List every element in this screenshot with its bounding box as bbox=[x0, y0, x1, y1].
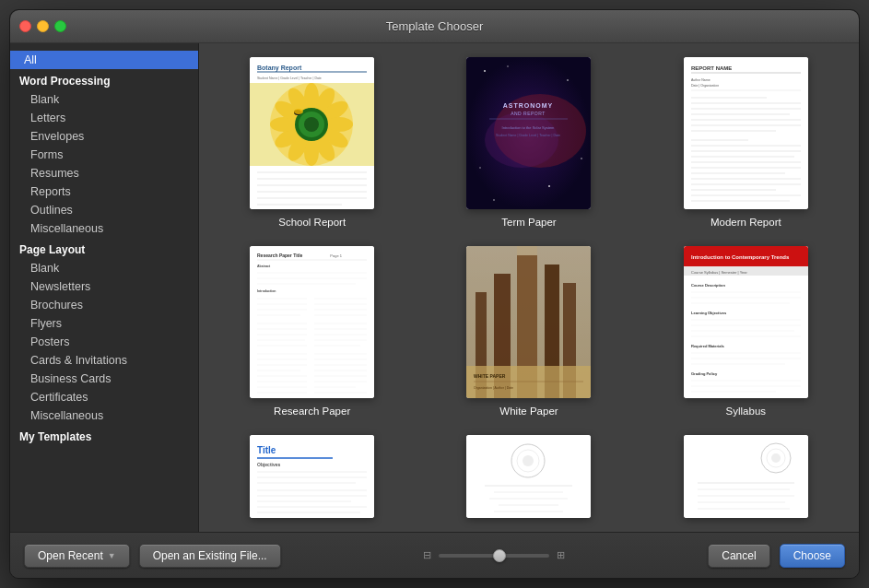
sidebar-item-posters[interactable]: Posters bbox=[10, 333, 198, 351]
zoom-in-icon: ⊞ bbox=[557, 549, 565, 561]
footer: Open Recent ▼ Open an Existing File... ⊟… bbox=[10, 532, 859, 578]
template-preview-syllabus: Introduction to Contemporary Trends Cour… bbox=[684, 246, 808, 398]
sidebar: All Word Processing Blank Letters Envelo… bbox=[10, 43, 199, 532]
zoom-slider-thumb[interactable] bbox=[493, 549, 506, 562]
open-recent-button[interactable]: Open Recent ▼ bbox=[24, 544, 130, 568]
sidebar-category-page-layout: Page Layout bbox=[10, 238, 198, 259]
zoom-out-icon: ⊟ bbox=[423, 549, 431, 561]
sidebar-item-newsletters[interactable]: Newsletters bbox=[10, 277, 198, 296]
svg-point-20 bbox=[304, 117, 319, 132]
sidebar-item-letters[interactable]: Letters bbox=[10, 109, 198, 127]
template-item-blank-blue[interactable]: Title Objectives bbox=[213, 435, 411, 525]
sidebar-item-misc-wp[interactable]: Miscellaneous bbox=[10, 219, 198, 238]
sidebar-item-blank-pl[interactable]: Blank bbox=[10, 259, 198, 277]
template-item-research-paper[interactable]: Research Paper Title Page 1 Abstract Int… bbox=[213, 246, 411, 417]
traffic-lights bbox=[19, 20, 66, 32]
svg-text:Introduction to the Solar Syst: Introduction to the Solar System bbox=[502, 125, 556, 130]
sidebar-item-business-cards[interactable]: Business Cards bbox=[10, 370, 198, 388]
template-label-modern-report: Modern Report bbox=[710, 217, 781, 228]
template-preview-white-paper: WHITE PAPER Organization | Author | Date bbox=[466, 246, 591, 398]
choose-button[interactable]: Choose bbox=[780, 544, 845, 568]
sidebar-item-envelopes[interactable]: Envelopes bbox=[10, 127, 198, 146]
svg-text:Learning Objectives: Learning Objectives bbox=[691, 311, 727, 315]
template-grid-area: Botany Report Student Name | Grade Level… bbox=[199, 43, 859, 532]
svg-text:Student Name | Grade Level | T: Student Name | Grade Level | Teacher | D… bbox=[497, 134, 561, 137]
minimize-button[interactable] bbox=[37, 20, 49, 32]
open-existing-button[interactable]: Open an Existing File... bbox=[139, 544, 281, 568]
template-preview-term-paper: ASTRONOMY AND REPORT Introduction to the… bbox=[466, 57, 591, 209]
template-item-blank-right[interactable] bbox=[647, 435, 845, 525]
template-label-research-paper: Research Paper bbox=[274, 406, 350, 417]
svg-point-161 bbox=[523, 455, 534, 466]
sidebar-item-cards-invitations[interactable]: Cards & Invitations bbox=[10, 351, 198, 370]
sidebar-item-forms[interactable]: Forms bbox=[10, 146, 198, 164]
cancel-button[interactable]: Cancel bbox=[708, 544, 769, 568]
cancel-label: Cancel bbox=[722, 549, 756, 562]
content-area: All Word Processing Blank Letters Envelo… bbox=[10, 43, 859, 532]
svg-text:Research Paper Title: Research Paper Title bbox=[257, 253, 303, 258]
svg-point-31 bbox=[485, 112, 558, 168]
template-preview-blank-centered bbox=[466, 435, 591, 518]
svg-rect-167 bbox=[684, 435, 808, 518]
svg-text:Organization | Author | Date: Organization | Author | Date bbox=[474, 386, 513, 390]
sidebar-item-blank-wp[interactable]: Blank bbox=[10, 90, 198, 109]
choose-label: Choose bbox=[793, 549, 831, 562]
svg-rect-158 bbox=[466, 435, 591, 518]
template-item-school-report[interactable]: Botany Report Student Name | Grade Level… bbox=[213, 57, 411, 228]
template-item-modern-report[interactable]: REPORT NAME Author Name Date | Organizat… bbox=[647, 57, 845, 228]
sidebar-item-outlines[interactable]: Outlines bbox=[10, 201, 198, 219]
title-bar: Template Chooser bbox=[10, 10, 859, 43]
svg-text:Grading Policy: Grading Policy bbox=[691, 371, 718, 376]
svg-text:REPORT NAME: REPORT NAME bbox=[691, 65, 732, 71]
template-item-white-paper[interactable]: WHITE PAPER Organization | Author | Date… bbox=[429, 246, 628, 417]
svg-rect-120 bbox=[466, 366, 591, 398]
sidebar-category-word-processing: Word Processing bbox=[10, 69, 198, 90]
svg-text:Objectives: Objectives bbox=[257, 462, 281, 467]
window-title: Template Chooser bbox=[386, 19, 484, 33]
template-item-blank-centered[interactable] bbox=[429, 435, 628, 525]
svg-text:ASTRONOMY: ASTRONOMY bbox=[503, 102, 554, 109]
maximize-button[interactable] bbox=[54, 20, 66, 32]
sidebar-item-certificates[interactable]: Certificates bbox=[10, 388, 198, 406]
sidebar-category-my-templates: My Templates bbox=[10, 425, 198, 446]
svg-point-36 bbox=[480, 167, 482, 169]
zoom-slider-track[interactable] bbox=[439, 554, 549, 558]
sidebar-item-brochures[interactable]: Brochures bbox=[10, 296, 198, 314]
svg-text:AND REPORT: AND REPORT bbox=[511, 111, 546, 116]
sidebar-item-reports[interactable]: Reports bbox=[10, 182, 198, 201]
svg-text:Introduction: Introduction bbox=[257, 289, 276, 293]
template-preview-modern-report: REPORT NAME Author Name Date | Organizat… bbox=[684, 57, 808, 209]
dropdown-arrow-icon: ▼ bbox=[108, 551, 116, 560]
svg-text:Course Syllabus | Semester | Y: Course Syllabus | Semester | Year bbox=[691, 270, 747, 275]
svg-point-38 bbox=[494, 199, 496, 201]
svg-text:WHITE PAPER: WHITE PAPER bbox=[474, 373, 506, 379]
template-chooser-window: Template Chooser All Word Processing Bla… bbox=[9, 9, 860, 579]
svg-text:Title: Title bbox=[257, 445, 276, 455]
template-preview-blank-blue: Title Objectives bbox=[250, 435, 374, 518]
close-button[interactable] bbox=[19, 20, 31, 32]
svg-text:Botany Report: Botany Report bbox=[257, 65, 302, 72]
svg-point-22 bbox=[294, 109, 303, 114]
template-label-term-paper: Term Paper bbox=[501, 217, 556, 228]
sidebar-item-resumes[interactable]: Resumes bbox=[10, 164, 198, 182]
template-item-syllabus[interactable]: Introduction to Contemporary Trends Cour… bbox=[647, 246, 845, 417]
template-label-syllabus: Syllabus bbox=[726, 406, 766, 417]
sidebar-item-misc-pl[interactable]: Miscellaneous bbox=[10, 406, 198, 425]
svg-point-34 bbox=[508, 65, 509, 66]
template-item-term-paper[interactable]: ASTRONOMY AND REPORT Introduction to the… bbox=[429, 57, 628, 228]
template-label-white-paper: White Paper bbox=[499, 406, 558, 417]
svg-text:Required Materials: Required Materials bbox=[691, 344, 725, 348]
sidebar-item-flyers[interactable]: Flyers bbox=[10, 314, 198, 333]
zoom-slider-area: ⊟ ⊞ bbox=[290, 549, 699, 561]
template-preview-blank-right bbox=[684, 435, 808, 518]
svg-text:Introduction to Contemporary T: Introduction to Contemporary Trends bbox=[691, 254, 790, 260]
svg-text:Abstract: Abstract bbox=[257, 265, 271, 268]
template-preview-research-paper: Research Paper Title Page 1 Abstract Int… bbox=[250, 246, 374, 398]
sidebar-item-all[interactable]: All bbox=[10, 51, 198, 69]
svg-text:Page 1: Page 1 bbox=[330, 253, 342, 258]
open-recent-label: Open Recent bbox=[38, 549, 103, 562]
svg-point-170 bbox=[771, 453, 781, 463]
svg-text:Date | Organization: Date | Organization bbox=[691, 84, 719, 88]
svg-rect-69 bbox=[250, 246, 374, 398]
template-label-school-report: School Report bbox=[278, 217, 346, 228]
